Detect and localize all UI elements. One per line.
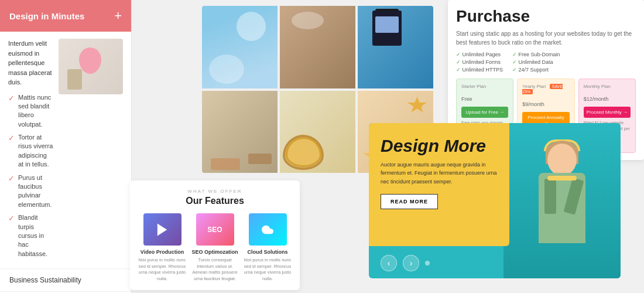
cloud-icon xyxy=(249,213,287,246)
photo-5 xyxy=(280,91,355,173)
carousel-next-button[interactable]: › xyxy=(403,255,419,271)
checklist-item: ✓ Mattis nunc sed blandit libero volutpa… xyxy=(8,93,54,130)
check-icon: ✓ xyxy=(8,93,15,104)
photo-3 xyxy=(358,6,433,88)
purchase-description: Start using static app as a hosting for … xyxy=(456,29,636,47)
features-grid: Video Production Nisl purus in mollis nu… xyxy=(138,213,292,282)
features-section: WHAT WE OFFER Our Features Video Product… xyxy=(130,180,300,290)
purchase-features: Unlimited Pages Unlimited Forms Unlimite… xyxy=(456,52,636,73)
feature-seo-name: SEO Optimozation xyxy=(191,249,239,255)
features-col-2: Free Sub-Domain Unlimited Data 24/7 Supp… xyxy=(512,52,560,73)
yearly-price: $9/month xyxy=(522,96,569,108)
seo-icon: SEO xyxy=(196,213,234,246)
features-eyebrow: WHAT WE OFFER xyxy=(138,189,292,194)
starter-label: Starter Plan xyxy=(461,84,508,89)
yearly-label: Yearly Plan SAVE 25% xyxy=(522,84,569,94)
photo-2 xyxy=(280,6,355,88)
monthly-price: $12/month xyxy=(584,90,631,103)
proceed-monthly-button[interactable]: Proceed Monthly → xyxy=(584,107,631,118)
design-minutes-body-text: Interdum velit euismod in pellentesque m… xyxy=(8,39,54,87)
check-icon: ✓ xyxy=(8,133,15,144)
check-icon: ✓ xyxy=(8,173,15,184)
read-more-button[interactable]: READ MORE xyxy=(381,194,438,209)
woman-silhouette xyxy=(515,135,609,278)
photo-1 xyxy=(202,6,278,88)
plus-icon[interactable]: + xyxy=(114,8,122,23)
svg-marker-2 xyxy=(157,223,167,236)
design-more-text: Auctor augue mauris augue neque gravida … xyxy=(381,161,498,186)
feature-cloud: Cloud Solutions Nisl purus in mollis nun… xyxy=(244,213,292,282)
checklist-item: ✓ Tortor at risus viverra adipiscing at … xyxy=(8,133,54,169)
body-decoration xyxy=(539,173,585,243)
checklist-item: ✓ Purus ut faucibus pulvinar elementum. xyxy=(8,173,54,210)
balloon-decoration xyxy=(79,47,101,74)
thumbnail-image xyxy=(59,39,123,94)
feature-video: Video Production Nisl purus in mollis nu… xyxy=(138,213,186,282)
left-panel: Design in Minutes + Interdum velit euism… xyxy=(0,0,132,293)
purchase-title: Purchase xyxy=(456,7,636,26)
woman-image xyxy=(503,123,621,278)
feature-seo: SEO SEO Optimozation Turnis consequat in… xyxy=(191,213,239,282)
starter-price: Free xyxy=(461,90,508,103)
feature-cloud-desc: Nisl purus in mollis nunc sed id semper.… xyxy=(244,257,292,282)
feature-seo-desc: Turnis consequat interdum varius ut. Aen… xyxy=(191,257,239,282)
nav-items: Business Sustainability Growing Your Bus… xyxy=(0,268,131,293)
checklist-item: ✓ Blandit turpis cursus in hac habitasse… xyxy=(8,213,54,258)
nav-item-business-sustainability[interactable]: Business Sustainability xyxy=(0,268,131,291)
feature-video-name: Video Production xyxy=(138,249,186,255)
carousel-dot xyxy=(425,261,430,265)
design-minutes-label: Design in Minutes xyxy=(9,11,84,21)
head-decoration xyxy=(547,144,577,176)
photo-4 xyxy=(202,91,278,173)
upload-free-button[interactable]: Upload for Free → xyxy=(461,107,508,118)
carousel-controls: ‹ › xyxy=(381,255,430,271)
features-col-1: Unlimited Pages Unlimited Forms Unlimite… xyxy=(456,52,503,73)
design-more-yellow-box: Design More Auctor augue mauris augue ne… xyxy=(369,123,509,246)
chair-decoration xyxy=(67,69,82,90)
carousel-prev-button[interactable]: ‹ xyxy=(381,255,397,271)
monthly-label: Monthly Plan xyxy=(584,84,631,89)
features-title: Our Features xyxy=(138,196,292,206)
feature-cloud-name: Cloud Solutions xyxy=(244,249,292,255)
feature-video-desc: Nisl purus in mollis nunc sed id semper.… xyxy=(138,257,186,282)
check-icon: ✓ xyxy=(8,213,15,224)
design-minutes-header[interactable]: Design in Minutes + xyxy=(0,0,131,32)
design-more-section: Design More Auctor augue mauris augue ne… xyxy=(369,123,621,278)
design-more-title: Design More xyxy=(381,136,498,156)
video-icon xyxy=(143,213,181,246)
